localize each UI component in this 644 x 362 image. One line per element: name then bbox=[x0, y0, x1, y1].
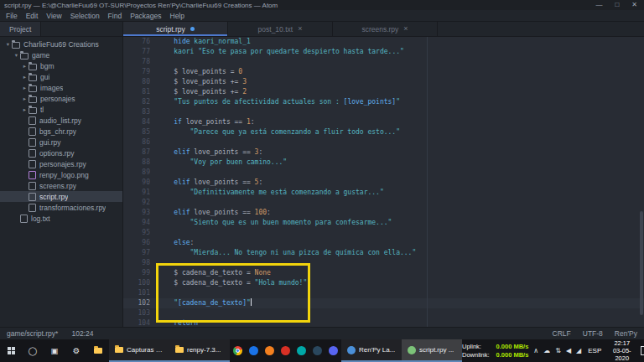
tree-item-label: personajes.rpy bbox=[39, 160, 86, 168]
tree-item-renpy-logo-png[interactable]: renpy_logo.png bbox=[0, 169, 122, 180]
tree-item-gui[interactable]: ▸gui bbox=[0, 71, 122, 82]
close-icon[interactable]: × bbox=[298, 25, 302, 33]
start-button[interactable] bbox=[0, 339, 22, 362]
line-number: 83 bbox=[123, 107, 158, 117]
volume-icon[interactable]: ◀ bbox=[566, 347, 571, 354]
status-file-path[interactable]: game/script.rpy* bbox=[7, 329, 58, 338]
code-line-93[interactable]: 93 elif love_points == 100: bbox=[123, 208, 644, 218]
editor-body[interactable]: 76 hide kaori_normal_177 kaori "Eso te p… bbox=[123, 37, 644, 327]
code-line-89[interactable]: 89 bbox=[123, 168, 644, 178]
code-line-82[interactable]: 82 "Tus puntos de afectividad actuales s… bbox=[123, 97, 644, 107]
tree-item-audio-list-rpy[interactable]: audio_list.rpy bbox=[0, 115, 122, 126]
code-line-91[interactable]: 91 "Definitivamente me está comenzando a… bbox=[123, 188, 644, 198]
tree-item-bgs-chr-rpy[interactable]: bgs_chr.rpy bbox=[0, 126, 122, 137]
taskbar-window-renpy-folder[interactable]: renpy-7.3... bbox=[169, 339, 230, 362]
tree-item-tl[interactable]: ▸tl bbox=[0, 104, 122, 115]
chevron-right-icon[interactable]: ▸ bbox=[21, 63, 29, 70]
tab-project[interactable]: Project bbox=[0, 22, 41, 36]
code-line-92[interactable]: 92 bbox=[123, 198, 644, 208]
menu-help[interactable]: Help bbox=[166, 12, 189, 20]
file-explorer-icon[interactable] bbox=[87, 339, 109, 362]
taskbar-app-icon[interactable] bbox=[293, 339, 309, 362]
taskbar-app-icon[interactable] bbox=[246, 339, 262, 362]
code-line-87[interactable]: 87 elif love_points == 3: bbox=[123, 147, 644, 158]
sync-arrows-icon[interactable]: ⇅ bbox=[555, 347, 561, 354]
tree-item-personajes[interactable]: ▸personajes bbox=[0, 93, 122, 104]
code-line-77[interactable]: 77 kaori "Eso te pasa por quedarte despi… bbox=[123, 47, 644, 57]
menu-selection[interactable]: Selection bbox=[66, 12, 104, 20]
chrome-icon[interactable] bbox=[230, 339, 246, 362]
tree-item-log-txt[interactable]: log.txt bbox=[0, 213, 122, 224]
close-icon[interactable]: × bbox=[403, 25, 408, 33]
code-line-76[interactable]: 76 hide kaori_normal_1 bbox=[123, 37, 644, 47]
task-view-icon[interactable]: ▣ bbox=[44, 339, 65, 362]
minimize-icon[interactable]: — bbox=[595, 0, 602, 10]
code-line-96[interactable]: 96 else: bbox=[123, 238, 644, 248]
settings-gear-icon[interactable]: ⚙ bbox=[65, 339, 87, 362]
code-text: $ love_points += 3 bbox=[158, 77, 644, 87]
taskbar-app-icon[interactable] bbox=[262, 339, 278, 362]
code-line-94[interactable]: 94 "Siento que es un buen momento para c… bbox=[123, 218, 644, 228]
onedrive-cloud-icon[interactable]: ☁ bbox=[543, 347, 550, 354]
editor-scrollbar[interactable] bbox=[640, 211, 643, 316]
menu-file[interactable]: File bbox=[2, 12, 22, 20]
cortana-search-icon[interactable]: ◯ bbox=[22, 339, 44, 362]
code-line-86[interactable]: 86 bbox=[123, 137, 644, 147]
code-line-79[interactable]: 79 $ love_points = 0 bbox=[123, 67, 644, 77]
wrap-guide-line bbox=[427, 37, 428, 327]
tree-item-script-rpy[interactable]: script.rpy bbox=[0, 191, 122, 202]
chevron-right-icon[interactable]: ▸ bbox=[21, 106, 29, 113]
code-line-83[interactable]: 83 bbox=[123, 107, 644, 117]
network-signal-icon[interactable]: ◢ bbox=[576, 347, 581, 354]
close-icon[interactable]: ✕ bbox=[631, 0, 637, 10]
status-grammar[interactable]: Ren'Py bbox=[615, 329, 637, 338]
action-center-icon[interactable] bbox=[641, 346, 644, 355]
tab-label: post_10.txt bbox=[258, 25, 293, 34]
code-line-95[interactable]: 95 bbox=[123, 228, 644, 238]
menu-view[interactable]: View bbox=[42, 12, 65, 20]
taskbar-app-icon[interactable] bbox=[278, 339, 293, 362]
code-line-81[interactable]: 81 $ love_points += 2 bbox=[123, 87, 644, 97]
tab-screens-rpy[interactable]: screens.rpy× bbox=[333, 22, 438, 36]
code-line-84[interactable]: 84 if love_points == 1: bbox=[123, 117, 644, 127]
chevron-down-icon[interactable]: ▾ bbox=[4, 41, 12, 48]
menu-packages[interactable]: Packages bbox=[126, 12, 165, 20]
status-cursor-position[interactable]: 102:24 bbox=[71, 329, 93, 338]
chevron-right-icon[interactable]: ▸ bbox=[21, 74, 29, 80]
tree-item-bgm[interactable]: ▸bgm bbox=[0, 60, 122, 71]
app-icon bbox=[297, 346, 306, 355]
tree-item-personajes-rpy[interactable]: personajes.rpy bbox=[0, 158, 122, 169]
tab-post-10-txt[interactable]: post_10.txt× bbox=[228, 22, 333, 36]
tree-item-charliefuu69-creations[interactable]: ▾CharlieFuu69 Creations bbox=[0, 39, 122, 49]
tree-item-options-rpy[interactable]: options.rpy bbox=[0, 147, 122, 158]
tree-item-gui-rpy[interactable]: gui.rpy bbox=[0, 137, 122, 147]
clock[interactable]: 22:1703-05-2020 bbox=[608, 339, 636, 362]
taskbar-window-capturas[interactable]: Capturas d... bbox=[109, 339, 169, 362]
tab-script-rpy[interactable]: script.rpy bbox=[123, 22, 228, 36]
code-line-80[interactable]: 80 $ love_points += 3 bbox=[123, 77, 644, 87]
tree-item-screens-rpy[interactable]: screens.rpy bbox=[0, 180, 122, 191]
code-line-90[interactable]: 90 elif love_points == 5: bbox=[123, 178, 644, 188]
chevron-right-icon[interactable]: ▸ bbox=[21, 96, 29, 102]
keyboard-language-indicator[interactable]: ESP bbox=[586, 347, 603, 354]
taskbar-window-renpy-launcher[interactable]: Ren'Py La... bbox=[341, 339, 402, 362]
code-text: elif love_points == 100: bbox=[158, 208, 644, 218]
tree-item-images[interactable]: ▸images bbox=[0, 82, 122, 93]
code-line-97[interactable]: 97 "Mierda... No tengo ni una pizca de q… bbox=[123, 248, 644, 258]
chevron-down-icon[interactable]: ▾ bbox=[13, 52, 20, 59]
chevron-right-icon[interactable]: ▸ bbox=[21, 85, 29, 91]
menu-find[interactable]: Find bbox=[104, 12, 127, 20]
status-encoding[interactable]: UTF-8 bbox=[583, 329, 603, 338]
status-line-ending[interactable]: CRLF bbox=[553, 329, 571, 338]
taskbar-app-icon[interactable] bbox=[325, 339, 341, 362]
tree-item-game[interactable]: ▾game bbox=[0, 49, 122, 60]
code-line-78[interactable]: 78 bbox=[123, 57, 644, 67]
menu-edit[interactable]: Edit bbox=[22, 12, 43, 20]
taskbar-app-icon[interactable] bbox=[309, 339, 325, 362]
maximize-icon[interactable]: □ bbox=[615, 0, 619, 10]
code-line-85[interactable]: 85 "Parece que ya está comenzando a flui… bbox=[123, 127, 644, 137]
code-line-88[interactable]: 88 "Voy por buen camino..." bbox=[123, 158, 644, 168]
tree-item-transformaciones-rpy[interactable]: transformaciones.rpy bbox=[0, 202, 122, 213]
hidden-icons-chevron-icon[interactable]: ∧ bbox=[533, 347, 538, 354]
taskbar-window-atom-script[interactable]: script.rpy ... bbox=[402, 339, 462, 362]
